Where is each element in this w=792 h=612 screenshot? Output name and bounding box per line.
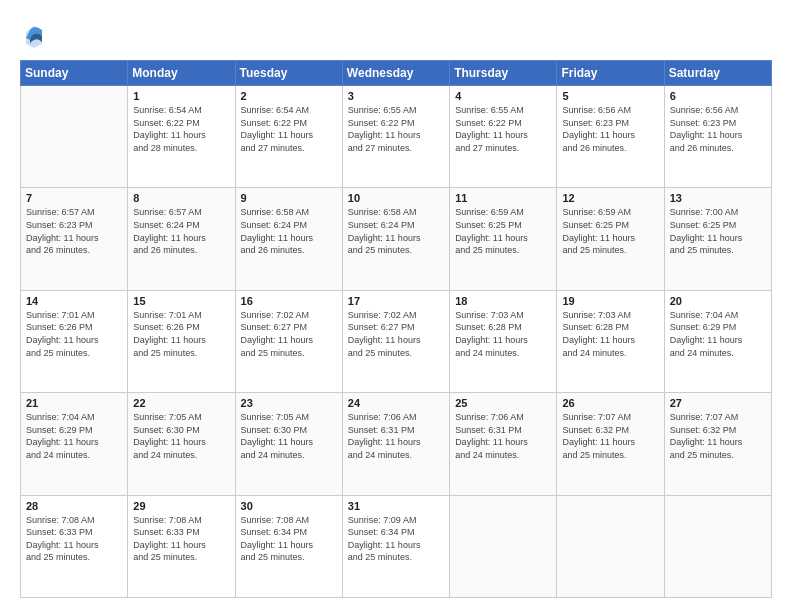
day-info: Sunrise: 7:08 AM Sunset: 6:33 PM Dayligh… [26, 514, 122, 564]
day-number: 10 [348, 192, 444, 204]
day-info: Sunrise: 7:08 AM Sunset: 6:34 PM Dayligh… [241, 514, 337, 564]
calendar-cell: 23Sunrise: 7:05 AM Sunset: 6:30 PM Dayli… [235, 393, 342, 495]
day-info: Sunrise: 6:56 AM Sunset: 6:23 PM Dayligh… [562, 104, 658, 154]
day-number: 29 [133, 500, 229, 512]
day-info: Sunrise: 6:54 AM Sunset: 6:22 PM Dayligh… [133, 104, 229, 154]
calendar-day-header: Thursday [450, 61, 557, 86]
calendar-cell: 16Sunrise: 7:02 AM Sunset: 6:27 PM Dayli… [235, 290, 342, 392]
day-number: 28 [26, 500, 122, 512]
day-number: 4 [455, 90, 551, 102]
calendar-week-row: 14Sunrise: 7:01 AM Sunset: 6:26 PM Dayli… [21, 290, 772, 392]
calendar-cell: 9Sunrise: 6:58 AM Sunset: 6:24 PM Daylig… [235, 188, 342, 290]
day-number: 16 [241, 295, 337, 307]
day-info: Sunrise: 7:04 AM Sunset: 6:29 PM Dayligh… [670, 309, 766, 359]
calendar-week-row: 21Sunrise: 7:04 AM Sunset: 6:29 PM Dayli… [21, 393, 772, 495]
day-info: Sunrise: 7:04 AM Sunset: 6:29 PM Dayligh… [26, 411, 122, 461]
calendar-cell: 29Sunrise: 7:08 AM Sunset: 6:33 PM Dayli… [128, 495, 235, 597]
calendar-cell: 5Sunrise: 6:56 AM Sunset: 6:23 PM Daylig… [557, 86, 664, 188]
calendar-cell: 30Sunrise: 7:08 AM Sunset: 6:34 PM Dayli… [235, 495, 342, 597]
day-number: 7 [26, 192, 122, 204]
calendar-day-header: Tuesday [235, 61, 342, 86]
day-info: Sunrise: 7:02 AM Sunset: 6:27 PM Dayligh… [241, 309, 337, 359]
calendar-cell: 25Sunrise: 7:06 AM Sunset: 6:31 PM Dayli… [450, 393, 557, 495]
logo [20, 22, 52, 50]
day-number: 1 [133, 90, 229, 102]
day-number: 30 [241, 500, 337, 512]
day-info: Sunrise: 6:56 AM Sunset: 6:23 PM Dayligh… [670, 104, 766, 154]
calendar-day-header: Monday [128, 61, 235, 86]
day-number: 3 [348, 90, 444, 102]
day-info: Sunrise: 7:06 AM Sunset: 6:31 PM Dayligh… [348, 411, 444, 461]
day-info: Sunrise: 6:58 AM Sunset: 6:24 PM Dayligh… [241, 206, 337, 256]
calendar-cell: 20Sunrise: 7:04 AM Sunset: 6:29 PM Dayli… [664, 290, 771, 392]
calendar-cell: 22Sunrise: 7:05 AM Sunset: 6:30 PM Dayli… [128, 393, 235, 495]
day-info: Sunrise: 6:55 AM Sunset: 6:22 PM Dayligh… [348, 104, 444, 154]
day-number: 27 [670, 397, 766, 409]
day-number: 8 [133, 192, 229, 204]
day-number: 9 [241, 192, 337, 204]
calendar-day-header: Saturday [664, 61, 771, 86]
day-info: Sunrise: 7:01 AM Sunset: 6:26 PM Dayligh… [133, 309, 229, 359]
day-number: 17 [348, 295, 444, 307]
logo-icon [20, 22, 48, 50]
calendar-cell: 26Sunrise: 7:07 AM Sunset: 6:32 PM Dayli… [557, 393, 664, 495]
calendar-cell [664, 495, 771, 597]
day-number: 31 [348, 500, 444, 512]
calendar-cell: 24Sunrise: 7:06 AM Sunset: 6:31 PM Dayli… [342, 393, 449, 495]
day-info: Sunrise: 7:09 AM Sunset: 6:34 PM Dayligh… [348, 514, 444, 564]
page: SundayMondayTuesdayWednesdayThursdayFrid… [0, 0, 792, 612]
day-number: 25 [455, 397, 551, 409]
day-number: 18 [455, 295, 551, 307]
calendar-cell: 15Sunrise: 7:01 AM Sunset: 6:26 PM Dayli… [128, 290, 235, 392]
day-info: Sunrise: 7:03 AM Sunset: 6:28 PM Dayligh… [455, 309, 551, 359]
day-number: 21 [26, 397, 122, 409]
day-info: Sunrise: 6:59 AM Sunset: 6:25 PM Dayligh… [562, 206, 658, 256]
calendar-day-header: Friday [557, 61, 664, 86]
calendar-cell: 11Sunrise: 6:59 AM Sunset: 6:25 PM Dayli… [450, 188, 557, 290]
day-info: Sunrise: 7:07 AM Sunset: 6:32 PM Dayligh… [562, 411, 658, 461]
day-info: Sunrise: 6:59 AM Sunset: 6:25 PM Dayligh… [455, 206, 551, 256]
calendar-day-header: Wednesday [342, 61, 449, 86]
calendar-cell: 28Sunrise: 7:08 AM Sunset: 6:33 PM Dayli… [21, 495, 128, 597]
calendar-cell: 12Sunrise: 6:59 AM Sunset: 6:25 PM Dayli… [557, 188, 664, 290]
calendar-header-row: SundayMondayTuesdayWednesdayThursdayFrid… [21, 61, 772, 86]
day-info: Sunrise: 6:57 AM Sunset: 6:24 PM Dayligh… [133, 206, 229, 256]
day-number: 2 [241, 90, 337, 102]
day-info: Sunrise: 6:54 AM Sunset: 6:22 PM Dayligh… [241, 104, 337, 154]
header [20, 18, 772, 50]
day-number: 15 [133, 295, 229, 307]
calendar-cell: 10Sunrise: 6:58 AM Sunset: 6:24 PM Dayli… [342, 188, 449, 290]
calendar-cell: 19Sunrise: 7:03 AM Sunset: 6:28 PM Dayli… [557, 290, 664, 392]
calendar-cell: 31Sunrise: 7:09 AM Sunset: 6:34 PM Dayli… [342, 495, 449, 597]
calendar-cell: 14Sunrise: 7:01 AM Sunset: 6:26 PM Dayli… [21, 290, 128, 392]
calendar-week-row: 28Sunrise: 7:08 AM Sunset: 6:33 PM Dayli… [21, 495, 772, 597]
calendar-cell: 1Sunrise: 6:54 AM Sunset: 6:22 PM Daylig… [128, 86, 235, 188]
calendar-cell [450, 495, 557, 597]
calendar-cell: 8Sunrise: 6:57 AM Sunset: 6:24 PM Daylig… [128, 188, 235, 290]
calendar-cell: 6Sunrise: 6:56 AM Sunset: 6:23 PM Daylig… [664, 86, 771, 188]
calendar-cell: 13Sunrise: 7:00 AM Sunset: 6:25 PM Dayli… [664, 188, 771, 290]
day-number: 13 [670, 192, 766, 204]
calendar-day-header: Sunday [21, 61, 128, 86]
calendar-cell [557, 495, 664, 597]
day-number: 22 [133, 397, 229, 409]
day-info: Sunrise: 7:02 AM Sunset: 6:27 PM Dayligh… [348, 309, 444, 359]
calendar-week-row: 7Sunrise: 6:57 AM Sunset: 6:23 PM Daylig… [21, 188, 772, 290]
day-number: 26 [562, 397, 658, 409]
calendar-cell: 7Sunrise: 6:57 AM Sunset: 6:23 PM Daylig… [21, 188, 128, 290]
calendar-week-row: 1Sunrise: 6:54 AM Sunset: 6:22 PM Daylig… [21, 86, 772, 188]
day-info: Sunrise: 6:57 AM Sunset: 6:23 PM Dayligh… [26, 206, 122, 256]
day-info: Sunrise: 7:08 AM Sunset: 6:33 PM Dayligh… [133, 514, 229, 564]
calendar-cell: 2Sunrise: 6:54 AM Sunset: 6:22 PM Daylig… [235, 86, 342, 188]
calendar-cell [21, 86, 128, 188]
calendar-cell: 4Sunrise: 6:55 AM Sunset: 6:22 PM Daylig… [450, 86, 557, 188]
day-number: 6 [670, 90, 766, 102]
day-number: 11 [455, 192, 551, 204]
day-info: Sunrise: 7:03 AM Sunset: 6:28 PM Dayligh… [562, 309, 658, 359]
day-number: 14 [26, 295, 122, 307]
day-info: Sunrise: 7:05 AM Sunset: 6:30 PM Dayligh… [133, 411, 229, 461]
day-number: 12 [562, 192, 658, 204]
day-info: Sunrise: 7:05 AM Sunset: 6:30 PM Dayligh… [241, 411, 337, 461]
day-number: 19 [562, 295, 658, 307]
calendar-cell: 18Sunrise: 7:03 AM Sunset: 6:28 PM Dayli… [450, 290, 557, 392]
